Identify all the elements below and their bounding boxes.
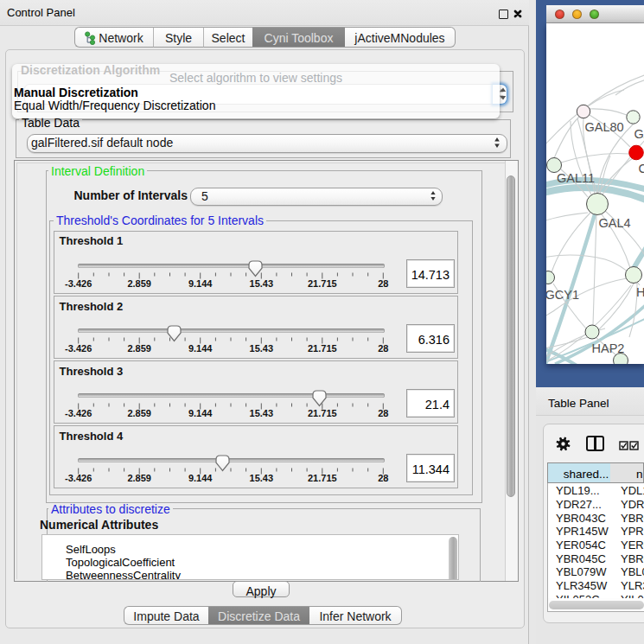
svg-text:H: H bbox=[636, 285, 644, 299]
svg-text:HAP2: HAP2 bbox=[592, 341, 625, 355]
svg-text:GAL80: GAL80 bbox=[585, 120, 624, 134]
svg-text:GAL1: GAL1 bbox=[634, 127, 644, 141]
svg-text:GCY1: GCY1 bbox=[546, 288, 579, 302]
svg-text:GAL11: GAL11 bbox=[557, 171, 595, 185]
svg-text:GAL4: GAL4 bbox=[599, 216, 631, 230]
svg-text:C: C bbox=[639, 162, 644, 175]
